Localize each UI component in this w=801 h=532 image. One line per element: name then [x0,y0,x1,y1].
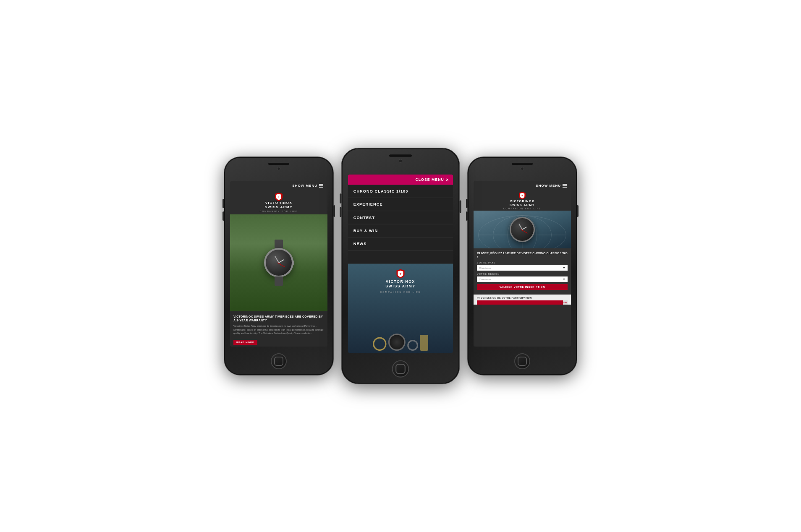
phone-1: SHOW MENU + VICTORINOX SWISS ARMY COMPAN… [224,157,333,375]
menu-logo-bottom: + VICTORINOX SWISS ARMY COMPANION FOR LI… [348,263,453,353]
hamburger-icon-3[interactable] [563,184,567,188]
phone-3-header: SHOW MENU [474,181,571,190]
menu-item-contest[interactable]: CONTEST [348,211,453,224]
form-title: OLIVIER, RÉGLEZ L'HEURE DE VOTRE CHRONO … [477,251,568,259]
phone-2: CLOSE MENU × CHRONO CLASSIC 1/100 EXPERI… [342,148,460,384]
victorinox-shield-icon-3: + [519,192,526,199]
power-button [333,205,335,217]
phone-1-logo: + VICTORINOX SWISS ARMY COMPANION FOR LI… [230,190,327,214]
progress-percentage: 95% [562,301,567,304]
victorinox-shield-icon: + [275,193,283,201]
article-body: Victorinox Swiss Army produces its timep… [233,324,324,335]
camera [277,167,280,170]
phone-1-screen: SHOW MENU + VICTORINOX SWISS ARMY COMPAN… [230,181,327,347]
brand-name-3: VICTORINOX SWISS ARMY [510,199,535,207]
gear-part-2 [407,340,418,351]
menu-item-news[interactable]: NEWS [348,237,453,250]
menu-item-experience[interactable]: EXPERIENCE [348,198,453,211]
gear-part-1 [373,337,386,351]
read-more-button[interactable]: READ MORE [233,340,257,345]
phone-2-screen: CLOSE MENU × CHRONO CLASSIC 1/100 EXPERI… [348,175,453,353]
watch-bg-area [474,211,571,248]
submit-button[interactable]: VALIDER VOTRE INSCRIPTION [477,284,568,290]
power-button-3 [577,205,578,217]
svg-text:+: + [399,271,401,276]
article-title: VICTORINOX SWISS ARMY TIMEPIECES ARE COV… [233,315,324,322]
victorinox-shield-icon-2: + [396,269,404,278]
home-button-inner-3 [518,357,527,366]
svg-text:+: + [278,195,280,199]
progress-section: PROGRESSION DE VOTRE PARTICIPATION 95% [474,295,571,305]
phone-2-top-bar [389,154,412,162]
menu-item-buy-win[interactable]: BUY & WIN [348,224,453,237]
vol-down-button-3 [466,211,468,221]
watch-parts-decoration [348,323,453,353]
vol-down-button [222,211,224,221]
menu-items-list: CHRONO CLASSIC 1/100 EXPERIENCE CONTEST … [348,185,453,263]
brand-name-1: VICTORINOX SWISS ARMY [265,201,293,210]
watch-face [264,248,293,277]
progress-label: PROGRESSION DE VOTRE PARTICIPATION [477,297,568,299]
home-button-1[interactable] [271,353,287,369]
home-button-inner [274,357,283,366]
phone-3-logo: + VICTORINOX SWISS ARMY COMPANION FOR LI… [474,190,571,211]
progress-fill [477,300,563,305]
phone-3-top-bar [512,163,533,170]
brand-tagline-1: COMPANION FOR LIFE [260,210,298,213]
menu-tagline: COMPANION FOR LIFE [380,291,421,293]
watch-strap-bottom [275,276,283,286]
country-select-arrow: ▼ [563,266,565,269]
menu-brand: VICTORINOX SWISS ARMY [385,279,416,289]
brand-tagline-3: COMPANION FOR LIFE [503,207,541,210]
show-menu-label-3[interactable]: SHOW MENU [536,184,561,188]
home-button-3[interactable] [514,353,530,369]
speaker-2 [389,154,412,156]
vol-up-button-3 [466,199,468,208]
crown-part [420,335,428,351]
phone-1-content: VICTORINOX SWISS ARMY TIMEPIECES ARE COV… [230,311,327,347]
speaker-3 [512,163,533,165]
region-select-arrow: ▼ [563,278,565,281]
phone-top-bar [268,163,289,170]
region-label: VOTRE RÉGION [477,273,568,275]
speaker [268,163,289,165]
camera-2 [399,159,403,163]
home-button-inner-2 [395,364,406,374]
hamburger-icon[interactable] [319,184,323,188]
country-select[interactable]: Choisissez ▼ [477,265,568,271]
watch-strap-top [275,240,283,249]
show-menu-label[interactable]: SHOW MENU [292,184,317,188]
watch-crown [292,261,294,265]
country-label: VOTRE PAYS [477,261,568,264]
phone-1-header: SHOW MENU [230,181,327,190]
close-menu-header: CLOSE MENU × [348,175,453,185]
vol-up-button-2 [340,193,341,203]
watch-image-area [230,214,327,311]
vol-down-button-2 [340,207,341,217]
vol-up-button [222,199,224,208]
svg-text:+: + [521,194,523,198]
watch-face-part [388,334,406,351]
progress-bar: 95% [477,300,568,305]
region-select[interactable]: Choisissez ▼ [477,276,568,282]
power-button-2 [459,200,461,213]
scene: SHOW MENU + VICTORINOX SWISS ARMY COMPAN… [207,140,594,392]
phone-3-screen: SHOW MENU + VICTORINOX SWISS ARMY COMPAN… [474,181,571,347]
close-menu-label[interactable]: CLOSE MENU [415,177,444,182]
menu-item-chrono[interactable]: CHRONO CLASSIC 1/100 [348,185,453,198]
main-watch [510,217,535,242]
phone-3: SHOW MENU + VICTORINOX SWISS ARMY COMPAN… [468,157,577,375]
camera-3 [521,167,524,170]
close-menu-icon[interactable]: × [446,177,448,182]
form-content: OLIVIER, RÉGLEZ L'HEURE DE VOTRE CHRONO … [474,248,571,295]
home-button-2[interactable] [392,360,409,378]
